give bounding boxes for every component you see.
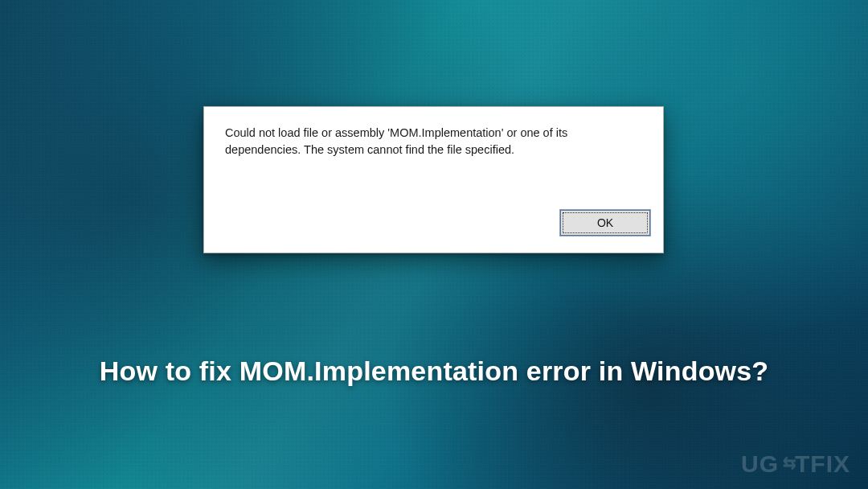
watermark-left: UG: [741, 450, 779, 478]
article-headline: How to fix MOM.Implementation error in W…: [0, 355, 868, 387]
error-dialog: Could not load file or assembly 'MOM.Imp…: [203, 106, 664, 253]
dialog-message: Could not load file or assembly 'MOM.Imp…: [225, 125, 603, 158]
watermark-logo: UG ⇆ TFIX: [741, 450, 850, 478]
dialog-body: Could not load file or assembly 'MOM.Imp…: [204, 107, 663, 204]
ok-button[interactable]: OK: [560, 210, 650, 236]
dialog-footer: OK: [204, 204, 663, 253]
swap-icon: ⇆: [783, 453, 792, 474]
watermark-right: TFIX: [795, 450, 850, 478]
